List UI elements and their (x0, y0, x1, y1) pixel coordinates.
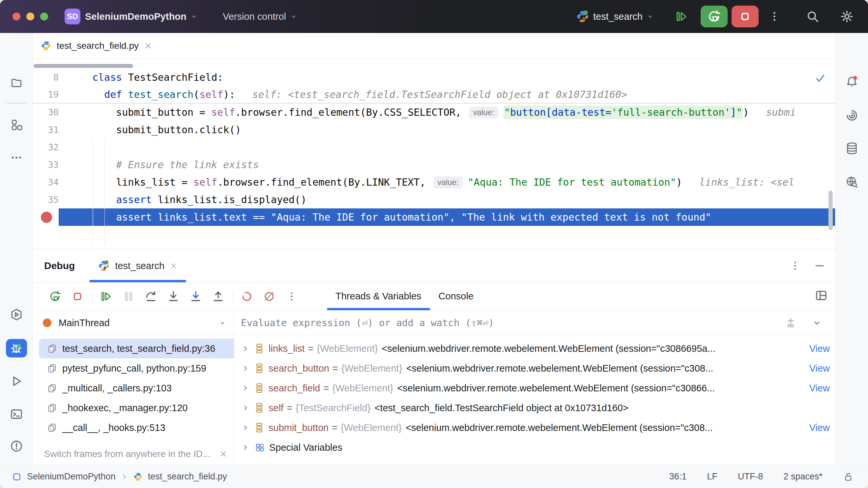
gutter-line[interactable]: 33 (33, 156, 92, 173)
project-icon-badge[interactable]: SD (65, 8, 81, 24)
expander-chevron-icon[interactable] (242, 424, 249, 432)
vcs-menu-button[interactable]: Version control (223, 0, 297, 33)
step-over-button[interactable] (143, 289, 158, 304)
notifications-button[interactable] (841, 73, 862, 91)
view-breakpoints-button[interactable] (239, 289, 254, 304)
frame-row[interactable]: test_search, test_search_field.py:36 (39, 339, 234, 358)
frame-row[interactable]: pytest_pyfunc_call, python.py:159 (33, 358, 234, 378)
gutter-line[interactable]: 35 (33, 191, 92, 208)
variable-row[interactable]: submit_button={WebElement}<selenium.webd… (234, 418, 835, 437)
ai-assistant-button[interactable] (841, 106, 862, 125)
code-line[interactable]: 35 assert links_list.is_displayed() (33, 191, 835, 208)
variable-row[interactable]: self={TestSearchField}<test_search_field… (234, 398, 835, 418)
expander-chevron-icon[interactable] (242, 443, 249, 451)
special-variables-row[interactable]: Special Variables (234, 437, 835, 457)
settings-button[interactable] (840, 9, 854, 24)
line-separator[interactable]: LF (707, 471, 717, 482)
run-configuration-selector[interactable]: test_search (576, 0, 654, 33)
stop-button[interactable] (732, 6, 758, 27)
indent-style[interactable]: 2 spaces* (783, 471, 823, 482)
code-text[interactable]: links_list = self.browser.find_element(B… (92, 173, 835, 191)
run-tool-window-button[interactable] (6, 372, 27, 391)
expander-chevron-icon[interactable] (242, 404, 249, 412)
view-link[interactable]: View (809, 383, 830, 394)
code-line[interactable]: assert links_list.text == "Aqua: The IDE… (33, 208, 835, 226)
editor-tab[interactable]: test_search_field.py (41, 40, 153, 51)
chevron-down-icon[interactable] (219, 319, 226, 326)
breadcrumb-file[interactable]: test_search_field.py (148, 471, 227, 482)
debug-session-tab[interactable]: test_search (89, 249, 186, 282)
mute-breakpoints-button[interactable] (262, 289, 277, 304)
code-line[interactable]: 8class TestSearchField: (33, 68, 835, 86)
view-link[interactable]: View (809, 422, 830, 433)
expander-chevron-icon[interactable] (242, 345, 249, 352)
expander-chevron-icon[interactable] (242, 384, 249, 392)
vertical-scrollbar-thumb[interactable] (829, 191, 833, 230)
code-text[interactable]: submit_button = self.browser.find_elemen… (92, 104, 835, 121)
breadcrumb-project[interactable]: SeleniumDemoPython (27, 471, 116, 482)
debug-tool-window-button[interactable] (6, 339, 27, 357)
code-text[interactable]: def test_search(self):self: <test_search… (92, 86, 835, 103)
code-text[interactable] (92, 139, 835, 156)
unlock-icon[interactable] (843, 471, 854, 482)
file-encoding[interactable]: UTF-8 (738, 471, 763, 482)
code-line[interactable]: 30 submit_button = self.browser.find_ele… (33, 104, 835, 121)
minimize-icon[interactable] (814, 260, 825, 271)
terminal-tool-window-button[interactable] (6, 405, 27, 423)
add-watch-icon[interactable] (785, 317, 798, 329)
structure-tool-window-button[interactable] (6, 115, 27, 134)
search-everywhere-button[interactable] (805, 9, 820, 24)
step-into-button[interactable] (166, 289, 181, 304)
code-text[interactable]: assert links_list.is_displayed() (92, 191, 835, 208)
step-into-my-code-button[interactable] (188, 289, 203, 304)
tab-console[interactable]: Console (430, 283, 482, 310)
resume-program-button[interactable] (98, 289, 114, 304)
gutter-line[interactable]: 30 (33, 104, 92, 121)
caret-position[interactable]: 36:1 (669, 471, 687, 482)
code-line[interactable]: 31 submit_button.click() (33, 121, 835, 139)
code-text[interactable]: # Ensure the link exists (92, 156, 835, 173)
stop-button[interactable] (70, 289, 85, 304)
view-link[interactable]: View (809, 343, 830, 354)
breakpoint-dot[interactable] (41, 212, 52, 223)
variable-row[interactable]: search_button={WebElement}<selenium.webd… (234, 358, 835, 378)
more-tool-windows-button[interactable] (6, 148, 27, 167)
gutter-line[interactable] (33, 208, 92, 226)
close-icon[interactable] (219, 450, 228, 458)
code-line[interactable]: 19 def test_search(self):self: <test_sea… (33, 86, 835, 104)
problems-tool-window-button[interactable] (6, 437, 27, 455)
thread-selector[interactable]: MainThread (33, 311, 234, 335)
variable-row[interactable]: links_list={WebElement}<selenium.webdriv… (234, 339, 835, 358)
rerun-debug-button[interactable] (48, 289, 63, 304)
kebab-menu-icon[interactable] (789, 260, 801, 271)
code-line[interactable]: 33 # Ensure the link exists (33, 156, 835, 173)
gutter-line[interactable]: 34 (33, 173, 92, 191)
more-actions-button[interactable] (767, 9, 782, 24)
window-close-button[interactable] (12, 12, 21, 21)
gutter-line[interactable]: 19 (33, 86, 92, 103)
variable-row[interactable]: search_field={WebElement}<selenium.webdr… (234, 378, 835, 398)
window-zoom-button[interactable] (40, 12, 48, 21)
code-line[interactable]: 32 (33, 139, 835, 156)
frame-row[interactable]: _multicall, _callers.py:103 (33, 378, 234, 398)
endpoints-button[interactable] (841, 173, 862, 191)
code-line[interactable]: 34 links_list = self.browser.find_elemen… (33, 173, 835, 191)
code-text[interactable]: class TestSearchField: (92, 68, 835, 86)
window-minimize-button[interactable] (26, 12, 34, 21)
layout-settings-button[interactable] (815, 289, 828, 303)
rerun-debug-button[interactable] (701, 6, 727, 27)
gutter-line[interactable]: 8 (33, 68, 92, 86)
chevron-down-icon[interactable] (812, 318, 822, 328)
close-icon[interactable] (144, 41, 153, 50)
frame-row[interactable]: _hookexec, _manager.py:120 (33, 398, 234, 418)
evaluate-expression-input[interactable]: Evaluate expression (⏎) or add a watch (… (241, 317, 785, 328)
project-tool-window-button[interactable] (6, 73, 27, 92)
toolbar-more-button[interactable] (284, 289, 299, 304)
code-text[interactable]: submit_button.click() (92, 121, 835, 139)
gutter-line[interactable]: 31 (33, 121, 92, 139)
services-tool-window-button[interactable] (6, 305, 27, 324)
expander-chevron-icon[interactable] (242, 364, 249, 372)
inspections-status[interactable] (815, 73, 826, 85)
pause-program-button[interactable] (121, 289, 136, 304)
view-link[interactable]: View (809, 363, 830, 374)
